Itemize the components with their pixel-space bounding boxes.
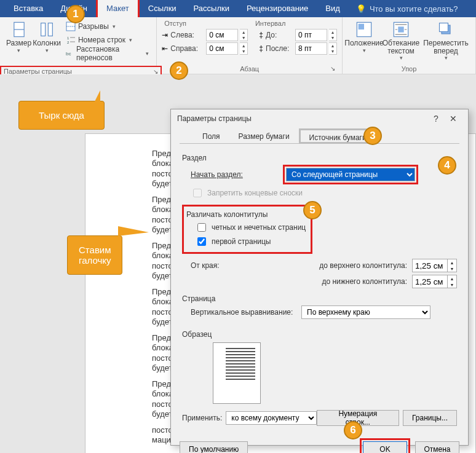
annotation-badge-6: 6	[344, 421, 362, 439]
indent-left-icon: ⇥	[162, 31, 168, 39]
diff-odd-even-checkbox[interactable]	[197, 223, 206, 232]
spinner[interactable]: ▲▼	[240, 29, 248, 41]
chevron-down-icon: ▾	[46, 47, 49, 53]
tell-me-label: Что вы хотите сделать?	[370, 4, 458, 14]
diff-first-checkbox[interactable]	[197, 237, 206, 246]
spacing-before-label: До:	[266, 31, 293, 39]
hyphenation-label: Расстановка переносов	[76, 45, 142, 62]
spinner[interactable]: ▲▼	[329, 29, 337, 41]
columns-button[interactable]: Колонки ▾	[33, 20, 61, 73]
tab-fields[interactable]: Поля	[193, 128, 229, 144]
spacing-heading: Интервал	[255, 20, 285, 27]
dialog-body: Раздел Начать раздел: Со следующей стран…	[171, 144, 468, 433]
apply-to-label: Применить:	[182, 414, 222, 422]
svg-rect-8	[359, 24, 364, 30]
spacing-after-input[interactable]	[295, 42, 327, 55]
svg-rect-12	[440, 23, 448, 32]
indent-heading: Отступ	[164, 20, 186, 27]
headers-footers-highlight: Различать колонтитулы четных и нечетных …	[182, 205, 312, 254]
to-header-label: до верхнего колонтитула:	[319, 261, 407, 270]
annotation-badge-3: 3	[363, 127, 382, 145]
spacing-after-icon: ‡	[259, 44, 263, 53]
tab-paper-size[interactable]: Размер бумаги	[229, 128, 299, 144]
callout-check: Ставим галочку	[67, 235, 122, 275]
indent-right-input[interactable]	[206, 42, 238, 55]
preview-thumbnail	[213, 342, 261, 404]
svg-rect-10	[398, 26, 403, 32]
section-start-label: Начать раздел:	[191, 170, 243, 179]
svg-text:bc: bc	[66, 51, 71, 57]
wrap-text-label: Обтекание текстом	[381, 39, 421, 55]
indent-right-field[interactable]: ⇤ Справа: ▲▼	[162, 42, 248, 55]
section-start-highlight: Со следующей страницы	[283, 165, 418, 184]
bring-forward-button[interactable]: Переместить вперед ▾	[421, 20, 470, 64]
indent-right-label: Справа:	[170, 44, 204, 53]
close-icon[interactable]: ✕	[445, 114, 462, 124]
chevron-down-icon: ▾	[445, 55, 448, 61]
diff-first-label: первой страницы	[212, 237, 271, 246]
cancel-button[interactable]: Отмена	[415, 441, 459, 453]
spacing-before-input[interactable]	[295, 29, 327, 41]
indent-left-input[interactable]	[206, 29, 238, 41]
to-footer-label: до нижнего колонтитула:	[322, 277, 407, 286]
tab-layout[interactable]: Макет	[96, 0, 140, 17]
hyphenation-icon: bc	[66, 49, 74, 58]
suppress-endnotes-checkbox	[193, 189, 202, 197]
chevron-down-icon: ▾	[17, 47, 20, 53]
spacing-after-label: После:	[266, 44, 293, 53]
group-arrange: Положение ▾ Обтекание текстом ▾ Перемест…	[343, 17, 476, 74]
chevron-down-icon: ▾	[363, 47, 366, 53]
line-numbers-label: Номера строк	[78, 36, 125, 44]
wrap-text-icon	[392, 21, 410, 38]
annotation-badge-2: 2	[170, 61, 188, 80]
to-header-field[interactable]: ▲▼	[412, 259, 457, 272]
columns-label: Колонки	[33, 39, 61, 47]
size-button[interactable]: Размер ▾	[5, 20, 33, 73]
borders-button[interactable]: Границы...	[403, 410, 457, 426]
diff-odd-even-label: четных и нечетных страниц	[212, 223, 306, 232]
vert-align-select[interactable]: По верхнему краю	[301, 305, 430, 319]
columns-icon	[38, 21, 55, 38]
tab-review[interactable]: Рецензирование	[238, 0, 317, 17]
section-start-select[interactable]: Со следующей страницы	[286, 168, 415, 181]
page-heading: Страница	[182, 294, 457, 303]
bring-forward-icon	[437, 21, 454, 38]
svg-text:2: 2	[67, 41, 69, 44]
indent-left-field[interactable]: ⇥ Слева: ▲▼	[162, 28, 248, 42]
chevron-down-icon: ▾	[400, 55, 403, 61]
hyphenation-button[interactable]: bc Расстановка переносов ▾	[63, 47, 151, 60]
spinner[interactable]: ▲▼	[329, 42, 337, 55]
wrap-text-button[interactable]: Обтекание текстом ▾	[381, 20, 421, 64]
annotation-badge-5: 5	[303, 201, 322, 219]
apply-to-select[interactable]: ко всему документу	[226, 411, 316, 425]
paragraph-group-label: Абзац ↘	[162, 64, 337, 73]
tab-references[interactable]: Ссылки	[140, 0, 185, 17]
headers-footers-heading: Различать колонтитулы	[186, 210, 306, 219]
default-button[interactable]: По умолчанию	[180, 441, 248, 453]
spinner[interactable]: ▲▼	[240, 42, 248, 55]
dialog-footer: По умолчанию OK Отмена	[171, 433, 468, 453]
preview-heading: Образец	[182, 330, 457, 339]
dialog-title: Параметры страницы	[177, 114, 427, 123]
to-footer-input[interactable]	[412, 275, 448, 288]
spacing-before-field[interactable]: ‡ До: ▲▼	[259, 28, 337, 42]
paragraph-launcher[interactable]: ↘	[328, 64, 337, 73]
indent-right-icon: ⇤	[162, 44, 168, 53]
ok-button[interactable]: OK	[363, 441, 407, 453]
section-heading: Раздел	[182, 154, 457, 162]
suppress-endnotes-label: Запретить концевые сноски	[207, 189, 303, 197]
help-icon[interactable]: ?	[427, 114, 445, 124]
tab-view[interactable]: Вид	[317, 0, 349, 17]
page-setup-dialog: Параметры страницы ? ✕ Поля Размер бумаг…	[170, 109, 469, 446]
svg-text:1: 1	[67, 36, 69, 40]
svg-rect-2	[48, 23, 52, 36]
line-numbers-icon: 12	[66, 35, 76, 45]
tab-insert[interactable]: Вставка	[5, 0, 52, 17]
to-footer-field[interactable]: ▲▼	[412, 275, 457, 288]
position-button[interactable]: Положение ▾	[347, 20, 381, 64]
spacing-after-field[interactable]: ‡ После: ▲▼	[259, 42, 337, 55]
to-header-input[interactable]	[412, 259, 448, 272]
tell-me-search[interactable]: 💡 Что вы хотите сделать?	[356, 4, 458, 14]
arrange-group-label: Упор	[347, 64, 470, 73]
tab-mailings[interactable]: Рассылки	[185, 0, 238, 17]
